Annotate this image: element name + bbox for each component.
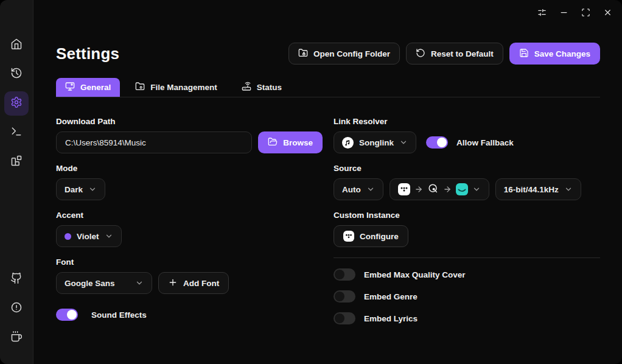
- embed-cover-toggle[interactable]: [334, 268, 355, 281]
- save-changes-button[interactable]: Save Changes: [509, 43, 600, 65]
- add-font-button[interactable]: Add Font: [158, 272, 229, 294]
- download-path-input[interactable]: [56, 131, 252, 153]
- sidebar-item-github[interactable]: [4, 267, 29, 292]
- allow-fallback-label: Allow Fallback: [456, 138, 514, 147]
- toggle-knob: [335, 270, 344, 279]
- sound-effects-toggle[interactable]: [56, 309, 78, 321]
- font-row: Google Sans Add Font: [56, 272, 323, 294]
- left-column: Download Path Browse Mode Dark Accent: [56, 117, 323, 334]
- toggle-knob: [335, 292, 344, 301]
- configure-button[interactable]: Configure: [334, 225, 408, 247]
- github-icon: [10, 272, 23, 287]
- embed-cover-label: Embed Max Quality Cover: [364, 270, 466, 279]
- tab-general[interactable]: General: [56, 78, 120, 97]
- mode-row: Dark: [56, 178, 323, 200]
- accent-select[interactable]: Violet: [56, 225, 122, 247]
- link-resolver-select[interactable]: Songlink: [334, 131, 416, 153]
- history-icon: [10, 67, 23, 82]
- embed-lyrics-row: Embed Lyrics: [334, 312, 600, 324]
- tab-status[interactable]: Status: [232, 78, 291, 97]
- songlink-icon: [342, 137, 354, 149]
- terminal-icon: [10, 125, 23, 140]
- source-mode-value: Auto: [342, 185, 361, 194]
- link-resolver-row: Songlink Allow Fallback: [334, 131, 600, 153]
- sidebar-item-about[interactable]: [4, 296, 29, 321]
- router-icon: [242, 82, 251, 93]
- sidebar-item-history[interactable]: [4, 62, 29, 86]
- chevron-down-icon: [105, 232, 113, 240]
- browse-label: Browse: [283, 138, 313, 147]
- source-label: Source: [334, 164, 600, 173]
- source-priority-select[interactable]: [390, 178, 489, 200]
- accent-row: Violet: [56, 225, 323, 247]
- chevron-down-icon: [564, 185, 573, 194]
- chevron-down-icon: [88, 185, 97, 194]
- mode-label: Mode: [56, 164, 323, 173]
- tab-file-management-label: File Management: [150, 83, 217, 92]
- configure-label: Configure: [360, 232, 399, 241]
- reset-to-default-label: Reset to Default: [431, 49, 494, 58]
- tab-file-management[interactable]: File Management: [126, 78, 226, 97]
- toggle-knob: [67, 310, 77, 320]
- chevron-down-icon: [366, 185, 375, 194]
- app-window: Settings Open Config Folder Reset to Def…: [0, 0, 622, 364]
- font-label: Font: [56, 257, 323, 267]
- preferences-sliders-icon[interactable]: [533, 4, 550, 21]
- close-button[interactable]: [599, 4, 616, 21]
- section-divider: [334, 257, 600, 258]
- toggle-knob: [437, 138, 447, 147]
- download-path-row: Browse: [56, 131, 323, 153]
- home-icon: [10, 38, 23, 52]
- folder-icon: [135, 82, 145, 93]
- save-changes-label: Save Changes: [534, 49, 590, 58]
- font-select[interactable]: Google Sans: [56, 272, 152, 294]
- link-resolver-value: Songlink: [359, 138, 394, 147]
- main-area: Settings Open Config Folder Reset to Def…: [33, 0, 622, 364]
- settings-content: Download Path Browse Mode Dark Accent: [33, 97, 622, 334]
- maximize-button[interactable]: [577, 4, 594, 21]
- embed-genre-row: Embed Genre: [334, 290, 600, 303]
- allow-fallback-toggle[interactable]: [426, 136, 448, 149]
- plus-icon: [168, 278, 178, 289]
- sidebar-item-coffee[interactable]: [4, 326, 29, 350]
- embed-cover-row: Embed Max Quality Cover: [334, 268, 600, 281]
- quality-value: 16-bit/44.1kHz: [504, 185, 559, 194]
- sidebar-item-extensions[interactable]: [4, 150, 29, 174]
- tab-bar: General File Management Status: [56, 78, 600, 97]
- tab-status-label: Status: [257, 83, 282, 92]
- browse-button[interactable]: Browse: [258, 131, 323, 153]
- embed-lyrics-toggle[interactable]: [334, 312, 355, 324]
- chevron-down-icon: [472, 185, 481, 194]
- chevron-down-icon: [135, 279, 144, 287]
- custom-instance-row: Configure: [334, 225, 600, 247]
- sidebar-item-home[interactable]: [4, 33, 29, 57]
- source-mode-select[interactable]: Auto: [334, 178, 383, 200]
- alert-circle-icon: [10, 301, 23, 316]
- sound-effects-label: Sound Effects: [91, 310, 147, 320]
- arrow-right-icon: [443, 185, 452, 194]
- tidal-icon: [398, 183, 410, 195]
- save-icon: [519, 48, 529, 60]
- rotate-ccw-icon: [416, 48, 425, 60]
- page-title: Settings: [56, 44, 119, 63]
- minimize-button[interactable]: [555, 4, 572, 21]
- embed-genre-toggle[interactable]: [334, 290, 355, 303]
- sidebar-item-settings[interactable]: [4, 91, 29, 116]
- open-config-folder-label: Open Config Folder: [313, 49, 390, 58]
- qobuz-icon: [427, 183, 439, 196]
- link-resolver-label: Link Resolver: [334, 117, 600, 126]
- right-column: Link Resolver Songlink Allow Fallback So…: [334, 117, 600, 334]
- folder-open-icon: [268, 137, 278, 149]
- reset-to-default-button[interactable]: Reset to Default: [406, 43, 503, 65]
- embed-genre-label: Embed Genre: [364, 292, 418, 301]
- arrow-right-icon: [414, 185, 423, 194]
- sidebar-item-terminal[interactable]: [4, 121, 29, 145]
- quality-select[interactable]: 16-bit/44.1kHz: [495, 178, 581, 200]
- chevron-down-icon: [399, 138, 408, 147]
- open-config-folder-button[interactable]: Open Config Folder: [288, 43, 400, 65]
- mode-select[interactable]: Dark: [56, 178, 105, 200]
- source-row: Auto 16-bit/44.1kHz: [334, 178, 600, 200]
- sound-effects-row: Sound Effects: [56, 309, 323, 321]
- amazon-music-icon: [456, 183, 468, 195]
- header-actions: Open Config Folder Reset to Default Save…: [288, 43, 600, 65]
